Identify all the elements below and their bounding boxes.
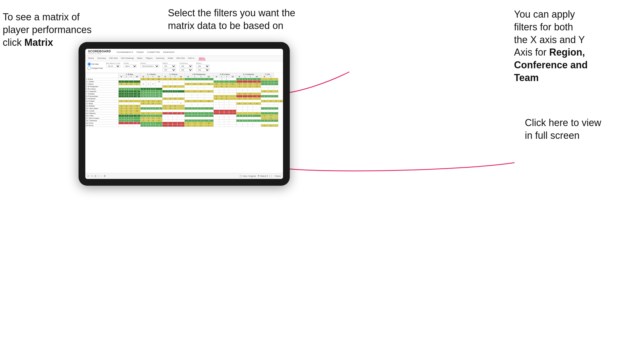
compact-view-option[interactable]: Compact View (87, 66, 103, 70)
table-row: 19. D Ford-20200-101013 (86, 122, 283, 124)
tab-detail[interactable]: Detail (167, 57, 174, 60)
share-btn[interactable]: ↑ Share (273, 175, 281, 177)
table-row: 12. M Riedel110-6110 (86, 105, 283, 107)
table-row: 16. K Vilips310-252204330850101 (86, 115, 283, 117)
conference-select-y[interactable]: (All) (179, 68, 193, 72)
col-header-7: 7. G Sa (261, 73, 274, 76)
filter-gender: Gender Men's (123, 62, 137, 68)
app-header: SCOREBOARD Powered by clippd TOURNAMENTS… (85, 49, 283, 56)
table-row: 20. M Ford331-11-6010711 (86, 124, 283, 127)
tab-h2h-grid[interactable]: H2H Grid (109, 57, 118, 60)
table-row: 15. P Maichon11011-194110-7222 (86, 112, 283, 115)
players-select-y[interactable]: (All) (196, 68, 210, 72)
matrix-table: 1. W Ding 2. L Clanton 3. J Koivun 4. M … (85, 73, 283, 127)
tablet-frame: SCOREBOARD Powered by clippd TOURNAMENTS… (79, 42, 290, 186)
col-header-3: 3. J Koivun (162, 73, 184, 76)
annotation-center: Select the filters you want the matrix d… (168, 7, 303, 32)
table-row: 13. J Skov Olesen110-3210-19101220-113 (86, 107, 283, 110)
redo-btn[interactable]: ↪ (91, 175, 93, 177)
view-options: Full View Compact View (87, 62, 103, 70)
table-row: 1. W Ding12011110-21201730010132 (86, 78, 283, 81)
logo-main: SCOREBOARD (88, 50, 111, 53)
table-row: 2. L Clanton2-161-2422 (86, 81, 283, 83)
table-row: 17. S De La Fuente200110-82 (86, 117, 283, 120)
col-header-6: 6. C Lamprecht (236, 73, 261, 76)
fullscreen-btn[interactable]: ⛶ (269, 175, 272, 177)
compact-view-radio[interactable] (87, 66, 91, 70)
watch-btn[interactable]: 👁 Watch ▾ (258, 175, 268, 177)
col-header-2: 2. L Clanton (141, 73, 162, 76)
logo-sub: Powered by clippd (88, 53, 111, 54)
filter-region: Region N/A N/A (162, 62, 176, 72)
gender-select[interactable]: Men's (123, 65, 137, 68)
zoom-out-btn[interactable]: − (101, 175, 102, 177)
zoom-in-btn[interactable]: + (98, 175, 99, 177)
table-row: 6. C Lamprecht300-1424124305110601 (86, 90, 283, 93)
view-original-btn[interactable]: 📋 View: Original (239, 175, 256, 177)
sub-nav: Teams Summary H2H Grid H2H Heatmap Matri… (85, 56, 283, 61)
nav-teams[interactable]: TEAMS (136, 51, 144, 53)
table-row: 7. G Sargent200-16220-15003 (86, 93, 283, 95)
filter-conference: Conference (All) (All) (179, 62, 193, 72)
tab-matrix[interactable]: Matrix (136, 57, 143, 60)
col-header-5: 5. M La Sasso (213, 73, 236, 76)
filter-division: Division NCAA Division I (140, 62, 159, 68)
table-row: 5. M La Sasso100610 (86, 88, 283, 90)
tab-h2h-grid2[interactable]: H2H Grid (176, 57, 185, 60)
full-view-radio[interactable] (87, 62, 91, 66)
undo-btn[interactable]: ↩ (87, 175, 89, 177)
filters-bar: Full View Compact View Max players in vi… (85, 61, 283, 73)
table-row: 10. B Valdes1110010010111111 (86, 100, 283, 102)
toolbar-right: 📋 View: Original 👁 Watch ▾ ⛶ ↑ Share (239, 175, 281, 177)
scoreboard-logo: SCOREBOARD Powered by clippd (88, 50, 111, 54)
tab-h2h-heatmap[interactable]: H2H Heatmap (120, 57, 134, 60)
table-row: 18. C Sherwood2001300220-10301145 (86, 120, 283, 122)
nav-items: TOURNAMENTS TEAMS COMMITTEE RANKINGS (116, 51, 174, 53)
tablet-screen: SCOREBOARD Powered by clippd TOURNAMENTS… (85, 49, 283, 179)
division-select[interactable]: NCAA Division I (140, 65, 159, 68)
tab-matrix-active[interactable]: Matrix (199, 57, 206, 60)
matrix-area: 1. W Ding 2. L Clanton 3. J Koivun 4. M … (85, 73, 283, 168)
players-select-x[interactable]: (All) (196, 65, 210, 68)
table-row: 9. N Gabrelcik0100011111 (86, 98, 283, 100)
tab-summary[interactable]: Summary (97, 57, 106, 60)
filter-players: Players (All) (All) (196, 62, 210, 72)
annotation-right-top: You can apply filters for both the X axi… (514, 8, 628, 84)
bottom-toolbar: ↩ ↪ ⊡ + − ⚙ 📋 View: Original 👁 Watch ▾ ⛶… (85, 173, 283, 179)
region-select-y[interactable]: N/A (162, 68, 176, 72)
tab-players[interactable]: Players (145, 57, 153, 60)
nav-rankings[interactable]: RANKINGS (163, 51, 175, 53)
table-row: 3. J Koivun11020100101304011010312 (86, 83, 283, 85)
col-header-4: 4. M Thorbjornsen (184, 73, 213, 76)
col-header-1: 1. W Ding (119, 73, 141, 76)
annotation-right-bottom: Click here to view in full screen (525, 117, 628, 142)
tab-summary2[interactable]: Summary (155, 57, 165, 60)
conference-select-x[interactable]: (All) (179, 65, 193, 68)
tab-h2h-h[interactable]: H2H H... (187, 57, 196, 60)
table-corner (86, 73, 119, 78)
nav-tournaments[interactable]: TOURNAMENTS (116, 51, 133, 53)
table-row: 11. M Ege010100104 (86, 102, 283, 105)
full-view-option[interactable]: Full View (87, 62, 103, 66)
settings-btn[interactable]: ⚙ (104, 175, 106, 177)
region-select-x[interactable]: N/A (162, 65, 176, 68)
table-row: 8. P Summerhays512-48220-16112-1312 (86, 95, 283, 98)
filter-max-players: Max players in view Top 25 (106, 62, 120, 68)
nav-committee[interactable]: COMMITTEE (147, 51, 160, 53)
table-row: 4. M Thorbjornsen110101111-6 (86, 85, 283, 88)
zoom-fit-btn[interactable]: ⊡ (95, 175, 96, 177)
table-row: 14. J Lundin11010-7 (86, 110, 283, 112)
tab-teams[interactable]: Teams (87, 57, 95, 60)
max-players-select[interactable]: Top 25 (106, 65, 120, 68)
toolbar-left: ↩ ↪ ⊡ + − ⚙ (87, 175, 106, 177)
